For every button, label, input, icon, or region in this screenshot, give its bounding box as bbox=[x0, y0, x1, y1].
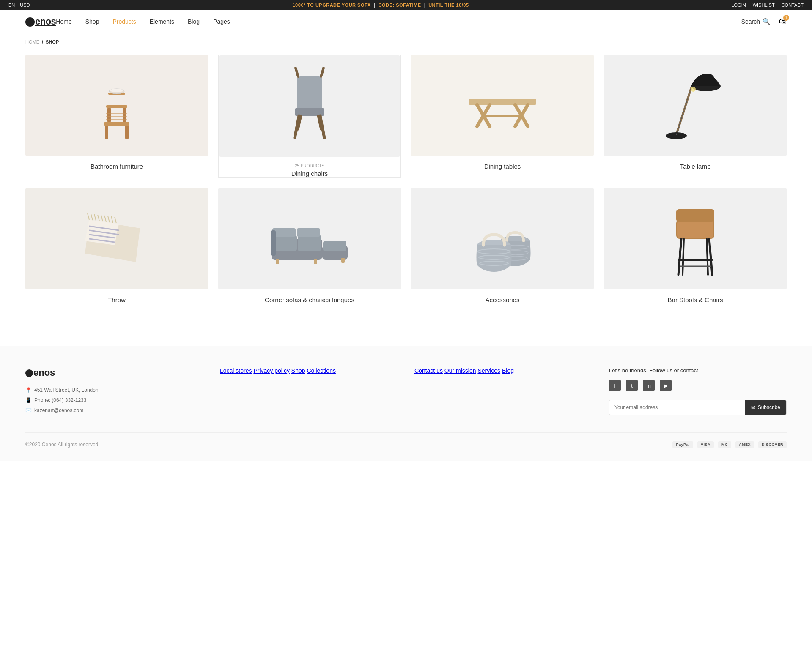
nav-shop[interactable]: Shop bbox=[85, 18, 99, 25]
svg-rect-66 bbox=[677, 221, 713, 238]
product-image-bar-stools bbox=[604, 188, 787, 289]
footer-link-shop[interactable]: Shop bbox=[291, 367, 305, 374]
cart-button[interactable]: 🛍 1 bbox=[779, 17, 787, 26]
contact-link[interactable]: CONTACT bbox=[782, 3, 804, 8]
svg-rect-48 bbox=[274, 235, 297, 251]
wishlist-link[interactable]: WISHLIST bbox=[753, 3, 775, 8]
youtube-icon[interactable]: ▶ bbox=[660, 380, 672, 391]
product-name-accessories: Accessories bbox=[411, 296, 594, 303]
svg-line-70 bbox=[683, 239, 684, 275]
product-name-sofas: Corner sofas & chaises longues bbox=[218, 296, 401, 303]
footer-social-title: Let's be friends! Follow us or contact bbox=[609, 367, 787, 374]
svg-rect-3 bbox=[105, 126, 108, 139]
svg-rect-53 bbox=[271, 230, 276, 256]
top-bar: EN USD 100€* TO UPGRADE YOUR SOFA | CODE… bbox=[0, 0, 812, 10]
language-selector[interactable]: EN bbox=[8, 3, 15, 8]
logo[interactable]: enos bbox=[25, 16, 56, 27]
footer-link-local-stores[interactable]: Local stores bbox=[220, 367, 252, 374]
product-card-sofas[interactable]: Corner sofas & chaises longues bbox=[218, 188, 401, 303]
product-card-bathroom[interactable]: Bathroom furniture bbox=[25, 55, 208, 178]
search-button[interactable]: Search 🔍 bbox=[741, 18, 771, 25]
svg-line-19 bbox=[321, 68, 324, 76]
product-card-dining-tables[interactable]: Dining tables bbox=[411, 55, 594, 178]
product-image-dining-tables bbox=[411, 55, 594, 156]
svg-line-38 bbox=[91, 214, 93, 220]
footer-col-social: Let's be friends! Follow us or contact f… bbox=[609, 367, 787, 415]
footer-link-mission[interactable]: Our mission bbox=[444, 367, 476, 374]
product-card-bar-stools[interactable]: Bar Stools & Chairs bbox=[604, 188, 787, 303]
svg-line-68 bbox=[678, 239, 681, 275]
search-icon: 🔍 bbox=[763, 18, 771, 25]
svg-line-41 bbox=[101, 215, 103, 221]
svg-rect-49 bbox=[298, 235, 321, 251]
nav-home[interactable]: Home bbox=[56, 18, 71, 25]
footer-col-brand: enos 📍 451 Wall Street, UK, London 📱 Pho… bbox=[25, 367, 203, 415]
svg-line-39 bbox=[94, 214, 96, 221]
svg-line-43 bbox=[108, 216, 110, 222]
subscribe-label: Subscribe bbox=[758, 404, 780, 410]
facebook-icon[interactable]: f bbox=[609, 380, 621, 391]
svg-rect-67 bbox=[676, 209, 714, 222]
twitter-icon[interactable]: t bbox=[626, 380, 638, 391]
svg-rect-56 bbox=[341, 258, 345, 263]
footer-link-collections[interactable]: Collections bbox=[307, 367, 335, 374]
top-bar-left: EN USD bbox=[8, 3, 30, 8]
newsletter-email-input[interactable] bbox=[609, 400, 745, 415]
nav-pages[interactable]: Pages bbox=[213, 18, 230, 25]
svg-rect-1 bbox=[106, 105, 127, 108]
svg-point-11 bbox=[110, 89, 123, 92]
svg-rect-50 bbox=[272, 228, 296, 237]
footer-link-blog[interactable]: Blog bbox=[502, 367, 514, 374]
newsletter-form: ✉ Subscribe bbox=[609, 400, 787, 415]
product-card-throw[interactable]: Throw bbox=[25, 188, 208, 303]
footer-info: 📍 451 Wall Street, UK, London 📱 Phone: (… bbox=[25, 385, 203, 415]
breadcrumb: HOME / SHOP bbox=[0, 33, 812, 50]
footer-link-contact[interactable]: Contact us bbox=[414, 367, 443, 374]
envelope-icon: ✉ bbox=[751, 404, 755, 410]
social-icons: f t in ▶ bbox=[609, 380, 787, 391]
login-link[interactable]: LOGIN bbox=[731, 3, 746, 8]
footer-grid: enos 📍 451 Wall Street, UK, London 📱 Pho… bbox=[25, 367, 787, 415]
svg-line-69 bbox=[709, 239, 712, 275]
discover-icon: DISCOVER bbox=[758, 441, 787, 448]
svg-line-71 bbox=[707, 239, 708, 275]
nav-blog[interactable]: Blog bbox=[188, 18, 200, 25]
product-label-dining-chairs: 25 PRODUCTS bbox=[219, 164, 400, 168]
svg-point-30 bbox=[691, 87, 696, 92]
footer-bottom: ©2020 Cenos All rights reserved PayPal V… bbox=[25, 432, 787, 448]
product-card-dining-chairs[interactable]: 25 PRODUCTS Dining chairs bbox=[218, 55, 401, 178]
product-card-accessories[interactable]: Accessories bbox=[411, 188, 594, 303]
svg-rect-52 bbox=[323, 241, 346, 251]
footer-link-privacy[interactable]: Privacy policy bbox=[253, 367, 290, 374]
products-grid: Bathroom furniture bbox=[25, 55, 787, 303]
svg-rect-8 bbox=[106, 116, 127, 117]
instagram-icon[interactable]: in bbox=[643, 380, 655, 391]
footer-email: ✉️ kazenart@cenos.com bbox=[25, 405, 203, 415]
product-image-bathroom bbox=[25, 55, 208, 156]
product-name-table-lamp: Table lamp bbox=[604, 163, 787, 170]
footer-logo: enos bbox=[25, 367, 203, 378]
svg-line-40 bbox=[98, 215, 99, 221]
breadcrumb-home[interactable]: HOME bbox=[25, 39, 39, 44]
svg-rect-55 bbox=[314, 259, 317, 264]
svg-point-28 bbox=[666, 132, 687, 139]
phone-icon: 📱 bbox=[25, 395, 32, 405]
svg-rect-12 bbox=[297, 76, 322, 110]
svg-rect-4 bbox=[125, 126, 129, 139]
newsletter-subscribe-button[interactable]: ✉ Subscribe bbox=[745, 400, 786, 415]
product-card-table-lamp[interactable]: Table lamp bbox=[604, 55, 787, 178]
mastercard-icon: MC bbox=[718, 441, 731, 448]
logo-icon bbox=[25, 17, 35, 27]
footer-col-links: Local stores Privacy policy Shop Collect… bbox=[220, 367, 398, 415]
amex-icon: AMEX bbox=[735, 441, 754, 448]
payment-icons: PayPal VISA MC AMEX DISCOVER bbox=[672, 441, 787, 448]
nav-elements[interactable]: Elements bbox=[150, 18, 174, 25]
svg-rect-54 bbox=[276, 259, 279, 264]
nav-products[interactable]: Products bbox=[112, 18, 136, 25]
product-name-throw: Throw bbox=[25, 296, 208, 303]
footer-link-services[interactable]: Services bbox=[477, 367, 500, 374]
email-icon: ✉️ bbox=[25, 405, 32, 415]
product-name-bar-stools: Bar Stools & Chairs bbox=[604, 296, 787, 303]
currency-selector[interactable]: USD bbox=[20, 3, 30, 8]
svg-line-37 bbox=[88, 213, 89, 220]
